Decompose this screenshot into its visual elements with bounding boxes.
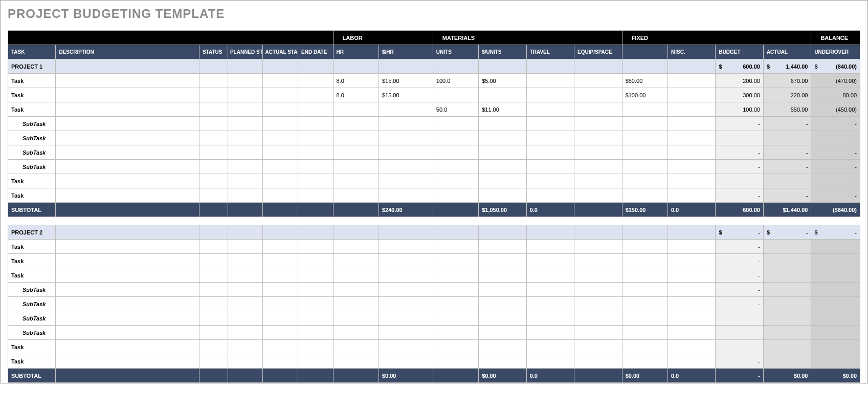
equip-cell[interactable] <box>574 102 622 117</box>
description-cell[interactable] <box>56 174 199 188</box>
equip-cell[interactable] <box>574 354 622 369</box>
fixed-cell[interactable] <box>622 102 667 117</box>
status-cell[interactable] <box>199 340 228 354</box>
empty-cell[interactable] <box>263 59 298 74</box>
per-hr-cell[interactable] <box>379 145 433 160</box>
actual-start-cell[interactable] <box>263 174 298 188</box>
empty-cell[interactable] <box>56 225 199 240</box>
per-hr-cell[interactable]: $15.00 <box>379 88 433 102</box>
actual-start-cell[interactable] <box>263 145 298 160</box>
hr-cell[interactable] <box>333 102 379 117</box>
empty-cell[interactable] <box>667 225 715 240</box>
misc-cell[interactable] <box>667 145 715 160</box>
per-units-cell[interactable]: $11.00 <box>479 102 526 117</box>
planned-start-cell[interactable] <box>228 131 263 145</box>
fixed-cell[interactable] <box>622 188 667 203</box>
empty-cell[interactable] <box>298 59 333 74</box>
status-cell[interactable] <box>199 145 228 160</box>
hr-cell[interactable] <box>333 340 379 354</box>
units-cell[interactable] <box>433 174 478 188</box>
fixed-cell[interactable] <box>622 117 667 131</box>
units-cell[interactable] <box>433 340 478 354</box>
end-date-cell[interactable] <box>298 131 333 145</box>
end-date-cell[interactable] <box>298 117 333 131</box>
hr-cell[interactable] <box>333 117 379 131</box>
empty-cell[interactable] <box>333 225 379 240</box>
empty-cell[interactable] <box>263 225 298 240</box>
hr-cell[interactable] <box>333 297 379 311</box>
end-date-cell[interactable] <box>298 102 333 117</box>
empty-cell[interactable] <box>379 59 433 74</box>
travel-cell[interactable] <box>526 283 574 297</box>
actual-start-cell[interactable] <box>263 268 298 283</box>
hr-cell[interactable] <box>333 145 379 160</box>
per-hr-cell[interactable] <box>379 131 433 145</box>
equip-cell[interactable] <box>574 160 622 174</box>
per-hr-cell[interactable] <box>379 188 433 203</box>
hr-cell[interactable] <box>333 188 379 203</box>
description-cell[interactable] <box>56 340 199 354</box>
status-cell[interactable] <box>199 354 228 369</box>
actual-start-cell[interactable] <box>263 117 298 131</box>
status-cell[interactable] <box>199 254 228 268</box>
hr-cell[interactable] <box>333 131 379 145</box>
equip-cell[interactable] <box>574 131 622 145</box>
status-cell[interactable] <box>199 240 228 254</box>
per-units-cell[interactable] <box>479 117 526 131</box>
per-hr-cell[interactable] <box>379 102 433 117</box>
status-cell[interactable] <box>199 268 228 283</box>
description-cell[interactable] <box>56 354 199 369</box>
misc-cell[interactable] <box>667 326 715 340</box>
actual-start-cell[interactable] <box>263 340 298 354</box>
units-cell[interactable]: 50.0 <box>433 102 478 117</box>
units-cell[interactable] <box>433 268 478 283</box>
misc-cell[interactable] <box>667 297 715 311</box>
units-cell[interactable] <box>433 160 478 174</box>
actual-start-cell[interactable] <box>263 283 298 297</box>
empty-cell[interactable] <box>379 225 433 240</box>
actual-start-cell[interactable] <box>263 160 298 174</box>
description-cell[interactable] <box>56 283 199 297</box>
misc-cell[interactable] <box>667 240 715 254</box>
travel-cell[interactable] <box>526 145 574 160</box>
per-hr-cell[interactable] <box>379 340 433 354</box>
misc-cell[interactable] <box>667 340 715 354</box>
travel-cell[interactable] <box>526 117 574 131</box>
status-cell[interactable] <box>199 74 228 88</box>
status-cell[interactable] <box>199 188 228 203</box>
empty-cell[interactable] <box>526 225 574 240</box>
equip-cell[interactable] <box>574 88 622 102</box>
end-date-cell[interactable] <box>298 145 333 160</box>
status-cell[interactable] <box>199 326 228 340</box>
actual-start-cell[interactable] <box>263 326 298 340</box>
misc-cell[interactable] <box>667 160 715 174</box>
equip-cell[interactable] <box>574 117 622 131</box>
equip-cell[interactable] <box>574 188 622 203</box>
actual-start-cell[interactable] <box>263 102 298 117</box>
per-units-cell[interactable] <box>479 283 526 297</box>
per-hr-cell[interactable] <box>379 254 433 268</box>
per-units-cell[interactable] <box>479 254 526 268</box>
empty-cell[interactable] <box>433 225 478 240</box>
units-cell[interactable] <box>433 188 478 203</box>
fixed-cell[interactable] <box>622 254 667 268</box>
empty-cell[interactable] <box>433 59 478 74</box>
per-hr-cell[interactable] <box>379 268 433 283</box>
misc-cell[interactable] <box>667 88 715 102</box>
per-hr-cell[interactable]: $15.00 <box>379 74 433 88</box>
travel-cell[interactable] <box>526 160 574 174</box>
hr-cell[interactable] <box>333 240 379 254</box>
fixed-cell[interactable] <box>622 174 667 188</box>
per-units-cell[interactable] <box>479 174 526 188</box>
empty-cell[interactable] <box>56 59 199 74</box>
empty-cell[interactable] <box>526 59 574 74</box>
actual-start-cell[interactable] <box>263 240 298 254</box>
fixed-cell[interactable] <box>622 354 667 369</box>
empty-cell[interactable] <box>199 59 228 74</box>
planned-start-cell[interactable] <box>228 311 263 326</box>
actual-start-cell[interactable] <box>263 188 298 203</box>
misc-cell[interactable] <box>667 311 715 326</box>
planned-start-cell[interactable] <box>228 145 263 160</box>
misc-cell[interactable] <box>667 74 715 88</box>
per-hr-cell[interactable] <box>379 174 433 188</box>
